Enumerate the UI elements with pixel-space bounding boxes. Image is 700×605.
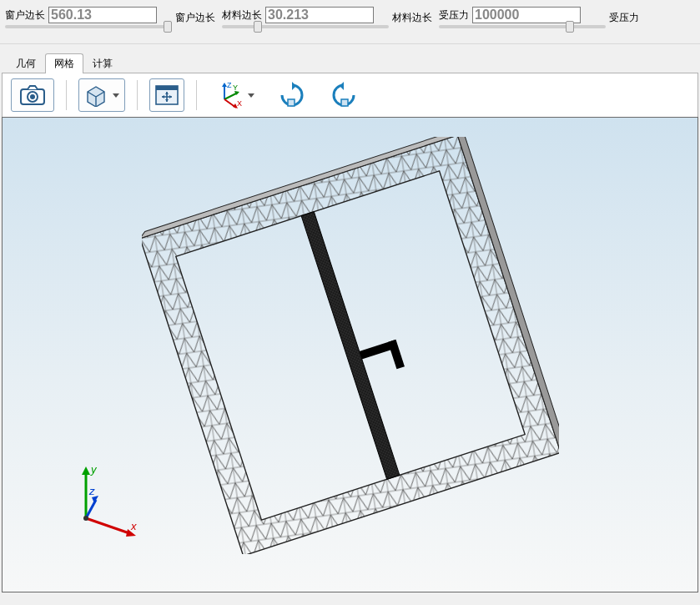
rotate-ccw-button[interactable] bbox=[324, 78, 364, 112]
tab-mesh[interactable]: 网格 bbox=[45, 53, 83, 73]
svg-line-16 bbox=[86, 518, 129, 533]
axis-x-label: x bbox=[130, 520, 137, 532]
snapshot-button[interactable] bbox=[11, 78, 54, 112]
axis-triad-icon: Z Y X bbox=[214, 81, 243, 109]
rotate-cw-icon bbox=[278, 81, 306, 109]
svg-rect-9 bbox=[341, 99, 348, 106]
tab-geometry[interactable]: 几何 bbox=[7, 53, 45, 73]
zoom-extents-icon bbox=[155, 85, 179, 105]
pressure-group: 受压力 bbox=[439, 7, 606, 28]
mesh-model bbox=[142, 137, 559, 554]
window-length-label: 窗户边长 bbox=[5, 8, 45, 23]
material-length-label-right: 材料边长 bbox=[392, 11, 432, 25]
material-length-group: 材料边长 bbox=[222, 7, 389, 28]
svg-point-17 bbox=[83, 516, 88, 521]
view-mode-button[interactable] bbox=[78, 78, 125, 112]
cube-icon bbox=[84, 83, 108, 107]
viewport-toolbar: Z Y X bbox=[2, 73, 698, 117]
pressure-slider[interactable] bbox=[439, 25, 606, 28]
zoom-extents-button[interactable] bbox=[149, 78, 184, 112]
svg-rect-13 bbox=[387, 339, 404, 368]
axis-z-label: z bbox=[88, 485, 95, 497]
svg-point-2 bbox=[30, 94, 35, 99]
pressure-label-right: 受压力 bbox=[609, 11, 639, 25]
tabs: 几何 网格 计算 bbox=[0, 44, 700, 73]
axis-z-label: Z bbox=[227, 81, 232, 89]
3d-viewport[interactable]: y z x bbox=[2, 117, 698, 592]
rotate-cw-button[interactable] bbox=[272, 78, 312, 112]
axis-orientation-widget: y z x bbox=[53, 458, 144, 550]
axis-y-label: y bbox=[90, 463, 98, 476]
pressure-label: 受压力 bbox=[439, 8, 469, 23]
window-length-slider[interactable] bbox=[5, 25, 172, 28]
chevron-down-icon bbox=[248, 93, 254, 98]
rotate-ccw-icon bbox=[330, 81, 358, 109]
window-length-group: 窗户边长 bbox=[5, 7, 172, 28]
axis-y-label: Y bbox=[233, 83, 238, 92]
axis-x-label: X bbox=[237, 99, 242, 108]
chevron-down-icon bbox=[113, 93, 119, 98]
toolbar-divider bbox=[137, 80, 138, 110]
svg-rect-4 bbox=[156, 86, 178, 90]
window-length-label-right: 窗户边长 bbox=[175, 11, 215, 25]
svg-rect-8 bbox=[288, 99, 295, 106]
material-length-slider[interactable] bbox=[222, 25, 389, 28]
axis-orientation-button[interactable]: Z Y X bbox=[209, 78, 260, 112]
toolbar-divider bbox=[196, 80, 197, 110]
material-length-label: 材料边长 bbox=[222, 8, 262, 23]
toolbar-divider bbox=[66, 80, 67, 110]
parameter-bar: 窗户边长 窗户边长 材料边长 材料边长 受压力 受压力 bbox=[0, 0, 700, 44]
camera-icon bbox=[20, 85, 45, 105]
tab-compute[interactable]: 计算 bbox=[83, 53, 122, 73]
